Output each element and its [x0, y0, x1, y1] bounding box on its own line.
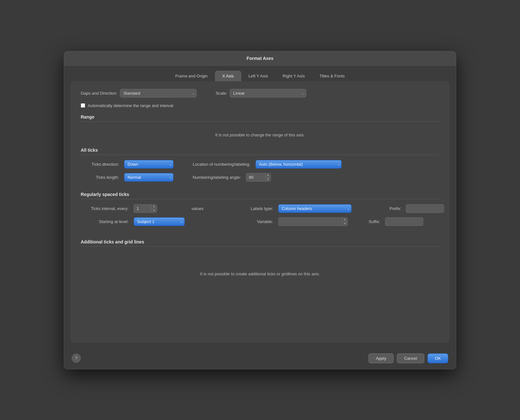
additional-ticks-divider	[81, 246, 439, 247]
cancel-label: Cancel	[404, 356, 417, 361]
labels-type-select[interactable]: Column headers Row numbers Variable None	[278, 204, 352, 213]
ticks-length-row: Ticks length: Normal Short Long ⌄	[81, 173, 174, 182]
footer-buttons: Apply Cancel OK	[368, 353, 448, 363]
interval-stepper-buttons: ▲ ▼	[151, 204, 157, 213]
variable-stepper: ▲ ▼	[278, 217, 348, 226]
all-ticks-divider	[81, 155, 439, 155]
ticks-length-label: Ticks length:	[81, 175, 119, 180]
numbering-angle-label: Numbering/labeling angle:	[193, 175, 241, 180]
prefix-suffix-group: Prefix:	[360, 204, 444, 213]
variable-down-button[interactable]: ▼	[342, 222, 347, 226]
prefix-input[interactable]	[406, 204, 444, 213]
starting-label: Starting at level:	[81, 219, 129, 224]
ticks-direction-row: Ticks direction: Down Up Both None ⌄	[81, 160, 174, 169]
help-label: ?	[75, 356, 78, 361]
interval-up-button[interactable]: ▲	[152, 205, 157, 209]
dialog-title: Format Axes	[64, 51, 456, 66]
ticks-direction-select-wrapper: Down Up Both None ⌄	[124, 160, 174, 169]
ok-button[interactable]: OK	[427, 353, 448, 363]
all-ticks-content: Ticks direction: Down Up Both None ⌄ Tic…	[81, 160, 439, 186]
numbering-angle-stepper: ▲ ▼	[246, 173, 271, 182]
scale-select[interactable]: Linear Logarithmic	[230, 89, 306, 98]
variable-stepper-buttons: ▲ ▼	[342, 217, 348, 226]
gaps-direction-label: Gaps and Direction:	[81, 91, 117, 96]
cancel-button[interactable]: Cancel	[397, 353, 424, 363]
interval-input[interactable]	[134, 204, 151, 213]
format-axes-dialog: Format Axes Frame and Origin X Axis Left…	[64, 51, 456, 369]
location-label: Location of numbering/labeling:	[193, 162, 250, 167]
apply-label: Apply	[376, 356, 386, 361]
labels-type-label: Labels type:	[232, 206, 273, 211]
footer: ? Apply Cancel OK	[64, 349, 456, 369]
location-row: Location of numbering/labeling: Auto (Be…	[193, 160, 342, 169]
suffix-label: Suffix:	[369, 219, 380, 224]
location-select[interactable]: Auto (Below, horizontal) Above Below Non…	[256, 160, 342, 169]
numbering-angle-input[interactable]	[246, 173, 265, 182]
starting-select-wrapper: Subject 1 Subject 2 ⌄	[134, 217, 185, 226]
regular-ticks-content: Ticks interval, every: ▲ ▼ values Starti…	[81, 204, 439, 230]
tab-left-y-axis[interactable]: Left Y Axis	[241, 71, 275, 81]
suffix-row: Suffix:	[369, 217, 424, 226]
regular-ticks-left: Ticks interval, every: ▲ ▼ values Starti…	[81, 204, 206, 230]
ticks-length-select[interactable]: Normal Short Long	[124, 173, 174, 182]
scale-label: Scale:	[216, 91, 227, 96]
starting-select[interactable]: Subject 1 Subject 2	[134, 217, 185, 226]
range-divider	[81, 121, 439, 122]
ticks-length-select-wrapper: Normal Short Long ⌄	[124, 173, 174, 182]
values-label: values	[162, 206, 204, 211]
angle-row: Numbering/labeling angle: ▲ ▼	[193, 173, 342, 182]
variable-label: Variable:	[232, 219, 273, 224]
variable-input[interactable]	[278, 217, 342, 226]
regular-ticks-heading: Regularly spaced ticks	[81, 192, 439, 197]
interval-row: Ticks interval, every: ▲ ▼ values	[81, 204, 206, 213]
tab-frame-origin[interactable]: Frame and Origin	[168, 71, 215, 81]
starting-row: Starting at level: Subject 1 Subject 2 ⌄	[81, 217, 206, 226]
regular-ticks-divider	[81, 199, 439, 199]
range-message: It is not possible to change the range o…	[81, 127, 439, 143]
angle-down-button[interactable]: ▼	[265, 177, 271, 181]
prefix-row: Prefix:	[360, 204, 444, 213]
interval-stepper: ▲ ▼	[134, 204, 157, 213]
variable-up-button[interactable]: ▲	[342, 218, 347, 222]
ticks-direction-select[interactable]: Down Up Both None	[124, 160, 174, 169]
interval-down-button[interactable]: ▼	[152, 209, 157, 213]
apply-button[interactable]: Apply	[368, 353, 394, 363]
labels-type-row: Labels type: Column headers Row numbers …	[232, 204, 444, 213]
labels-type-select-wrapper: Column headers Row numbers Variable None…	[278, 204, 352, 213]
tab-x-axis[interactable]: X Axis	[215, 71, 241, 81]
ok-label: OK	[435, 356, 441, 361]
all-ticks-heading: All ticks	[81, 148, 439, 153]
gaps-scale-row: Gaps and Direction: Standard Gaps No Gap…	[81, 89, 439, 98]
tab-right-y-axis[interactable]: Right Y Axis	[275, 71, 312, 81]
range-heading: Range	[81, 114, 439, 119]
tab-bar: Frame and Origin X Axis Left Y Axis Righ…	[64, 66, 456, 81]
auto-range-row: Automatically determine the range and in…	[81, 103, 439, 108]
title-text: Format Axes	[247, 56, 273, 61]
angle-up-button[interactable]: ▲	[265, 173, 271, 177]
additional-ticks-message: It is not possible to create additional …	[81, 266, 439, 282]
regular-ticks-right: Labels type: Column headers Row numbers …	[232, 204, 444, 230]
variable-row: Variable: ▲ ▼ Suffix:	[232, 217, 444, 226]
suffix-input[interactable]	[385, 217, 423, 226]
interval-label: Ticks interval, every:	[81, 206, 129, 211]
additional-ticks-heading: Additional ticks and grid lines	[81, 239, 439, 244]
help-button[interactable]: ?	[72, 354, 81, 363]
gaps-direction-select-wrapper: Standard Gaps No Gaps ⌄	[120, 89, 197, 98]
angle-stepper-buttons: ▲ ▼	[265, 173, 271, 182]
all-ticks-left: Ticks direction: Down Up Both None ⌄ Tic…	[81, 160, 174, 186]
auto-range-checkbox[interactable]	[81, 103, 85, 108]
location-select-wrapper: Auto (Below, horizontal) Above Below Non…	[256, 160, 342, 169]
prefix-label: Prefix:	[360, 206, 401, 211]
auto-range-label: Automatically determine the range and in…	[88, 103, 173, 108]
content-area: Gaps and Direction: Standard Gaps No Gap…	[71, 81, 449, 343]
all-ticks-right: Location of numbering/labeling: Auto (Be…	[193, 160, 342, 186]
tab-titles-fonts[interactable]: Titles & Fonts	[312, 71, 352, 81]
scale-select-wrapper: Linear Logarithmic ⌄	[230, 89, 306, 98]
gaps-direction-select[interactable]: Standard Gaps No Gaps	[120, 89, 197, 98]
ticks-direction-label: Ticks direction:	[81, 162, 119, 167]
